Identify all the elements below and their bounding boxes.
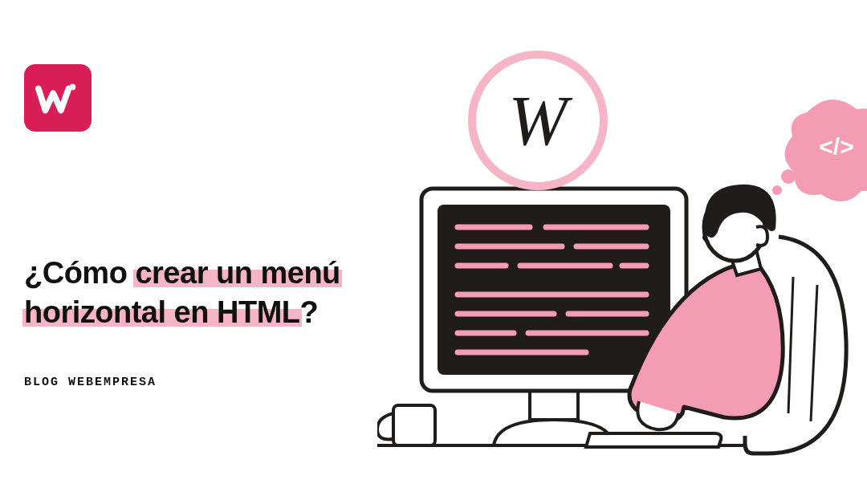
headline-suffix: ? — [300, 295, 319, 329]
brand-logo — [24, 64, 92, 132]
mug-icon — [377, 405, 435, 445]
wordpress-badge: W — [472, 55, 604, 186]
svg-rect-2 — [530, 389, 578, 420]
svg-rect-1 — [393, 405, 435, 445]
badge-letter: W — [508, 82, 572, 160]
kicker-label: BLOG WEBEMPRESA — [24, 376, 157, 389]
page-title: ¿Cómo crear un menú horizontal en HTML? — [24, 254, 393, 331]
thought-bubble: </> — [772, 100, 867, 201]
headline-prefix: ¿Cómo — [24, 256, 135, 290]
svg-point-0 — [70, 84, 76, 91]
brand-logo-glyph — [35, 75, 81, 121]
code-icon: </> — [819, 133, 853, 160]
svg-point-22 — [772, 185, 782, 195]
svg-rect-4 — [438, 205, 670, 375]
headline-block: ¿Cómo crear un menú horizontal en HTML? — [24, 254, 393, 331]
illustration-scene: W — [377, 36, 867, 502]
headline-highlight-2: horizontal en HTML — [24, 295, 300, 329]
keyboard — [586, 433, 721, 447]
headline-highlight-1: crear un menú — [135, 256, 340, 290]
svg-point-23 — [781, 169, 796, 184]
